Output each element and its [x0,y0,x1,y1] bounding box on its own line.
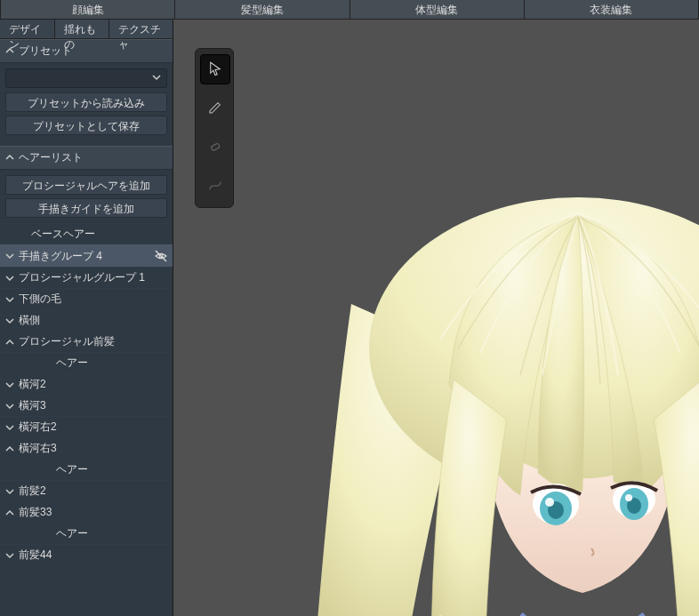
eraser-icon [207,139,223,157]
tree-item-label: 橫河右2 [19,420,169,435]
save-preset-button[interactable]: プリセットとして保存 [5,116,167,135]
chevron-down-icon[interactable] [4,250,16,262]
cursor-icon [207,60,223,79]
sub-tab-texture[interactable]: テクスチャ [109,20,173,38]
section-title-preset: プリセット [19,44,72,59]
tree-item[interactable]: 前髪44 [0,544,173,565]
hair-tree: ベースヘアー手描きグループ 4プロシージャルグループ 1下側の毛橫側プロシージャ… [0,223,173,565]
chevron-up-icon[interactable] [4,336,16,348]
tool-column [195,48,234,208]
tree-item-label: ヘアー [56,526,169,541]
tree-item[interactable]: 手描きグループ 4 [0,244,173,267]
tree-item[interactable]: 橫河3 [0,395,173,416]
select-tool-button[interactable] [200,54,230,84]
tab-hair-edit[interactable]: 髪型編集 [175,0,350,19]
hairlist-panel-body: プロシージャルヘアを追加 手描きガイドを追加 [0,170,173,223]
sub-tab-bar: デザイン 揺れもの テクスチャ [0,20,173,39]
chevron-down-icon[interactable] [4,379,16,391]
tree-item-label: 手描きグループ 4 [19,249,153,264]
curve-icon [207,178,223,196]
tree-item-label: ヘアー [56,462,169,477]
chevron-down-icon[interactable] [4,315,16,327]
tree-item-label: 前髪2 [19,484,169,499]
chevron-down-icon[interactable] [4,549,16,562]
tree-item-label: ヘアー [56,356,169,371]
section-title-hairlist: ヘアーリスト [19,150,83,165]
section-header-preset[interactable]: プリセット [0,39,173,63]
svg-point-10 [625,494,632,501]
side-panel: デザイン 揺れもの テクスチャ プリセット プリセットから読み込み プリセットと… [0,20,173,616]
tree-item-label: 下側の毛 [19,292,169,307]
tree-item-label: 橫側 [19,313,169,328]
svg-rect-1 [211,142,220,150]
tree-item[interactable]: プロシージャル前髪 [0,331,173,352]
tree-item-label: プロシージャル前髪 [19,334,169,349]
tree-item[interactable]: 前髪33 [0,501,173,523]
pencil-tool-button[interactable] [200,93,230,124]
tree-item-label: 橫河3 [19,398,169,413]
tree-item[interactable]: 橫河右2 [0,416,173,437]
tree-item[interactable]: ヘアー [0,459,173,480]
chevron-down-icon[interactable] [4,272,16,284]
pencil-icon [207,100,223,118]
add-handdrawn-guide-button[interactable]: 手描きガイドを追加 [5,198,167,218]
chevron-up-icon [5,152,19,164]
tree-item[interactable]: 前髪2 [0,480,173,501]
top-tab-bar: 顔編集 髪型編集 体型編集 衣装編集 [0,0,699,20]
curve-tool-button[interactable] [200,172,230,202]
visibility-off-icon[interactable] [153,248,169,264]
chevron-up-icon[interactable] [4,443,16,455]
tree-item-label: ベースヘアー [31,227,169,242]
load-preset-button[interactable]: プリセットから読み込み [5,92,167,112]
tree-item[interactable]: 橫側 [0,309,173,331]
tree-item[interactable]: プロシージャルグループ 1 [0,267,173,288]
tree-item[interactable]: ベースヘアー [0,223,173,244]
tab-body-edit[interactable]: 体型編集 [350,0,525,19]
chevron-down-icon[interactable] [4,485,16,498]
tree-item[interactable]: 橫河右3 [0,437,173,459]
preset-panel-body: プリセットから読み込み プリセットとして保存 [0,63,173,146]
tab-outfit-edit[interactable]: 衣装編集 [525,0,699,19]
tree-item[interactable]: ヘアー [0,523,173,544]
chevron-up-icon [5,45,19,58]
tree-item[interactable]: 下側の毛 [0,288,173,309]
tree-item-label: 橫河2 [19,377,169,392]
chevron-down-icon[interactable] [4,400,16,412]
chevron-down-icon[interactable] [4,421,16,434]
tree-item-label: プロシージャルグループ 1 [19,270,169,285]
tree-item-label: 前髪44 [19,548,169,563]
chevron-up-icon[interactable] [4,507,16,519]
tree-item-label: 前髪33 [19,505,169,520]
section-header-hairlist[interactable]: ヘアーリスト [0,146,173,170]
tab-face-edit[interactable]: 顔編集 [0,0,175,19]
tree-item-label: 橫河右3 [19,441,169,456]
tree-item[interactable]: ヘアー [0,352,173,373]
svg-point-6 [545,498,554,507]
eraser-tool-button[interactable] [200,132,230,163]
add-procedural-hair-button[interactable]: プロシージャルヘアを追加 [5,175,167,195]
chevron-down-icon[interactable] [4,293,16,306]
chevron-down-icon [152,72,161,84]
sub-tab-design[interactable]: デザイン [0,20,55,38]
character-model [298,197,699,616]
viewport-3d[interactable] [173,20,699,616]
sub-tab-physics[interactable]: 揺れもの [55,20,110,38]
preset-dropdown[interactable] [5,68,167,88]
tree-item[interactable]: 橫河2 [0,373,173,395]
